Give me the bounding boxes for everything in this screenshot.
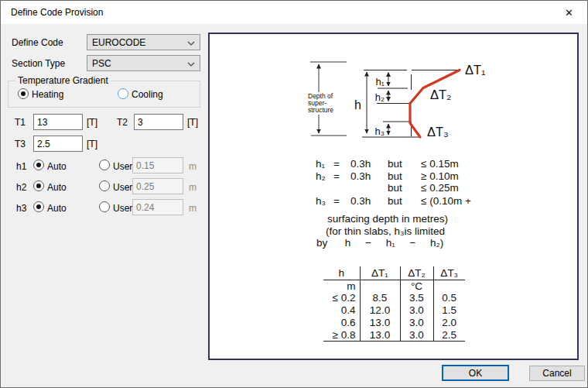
h1-auto-label[interactable]: Auto	[47, 161, 67, 172]
h-dimension-label: h	[354, 98, 361, 112]
h2-auto-label[interactable]: Auto	[47, 182, 67, 193]
h3-auto-radio[interactable]	[33, 201, 44, 212]
table-units-row: m °C	[323, 280, 465, 292]
h2-value-input	[132, 178, 183, 194]
h1-value-input	[132, 157, 183, 173]
col-h-header: h	[323, 266, 360, 280]
col-dt1-header: ΔT₁	[360, 266, 400, 280]
h3-auto-label[interactable]: Auto	[47, 203, 67, 214]
chevron-down-icon	[187, 41, 195, 46]
table-row: ≤ 0.2 8.5 3.5 0.5	[323, 292, 465, 304]
t2-input[interactable]	[134, 114, 183, 130]
t1-unit: [T]	[87, 117, 97, 128]
col-dt2-header: ΔT₂	[400, 266, 433, 280]
h3-value-input	[132, 199, 183, 215]
define-code-provision-dialog: Define Code Provision ✕ Define Code EURO…	[0, 0, 588, 388]
section-type-value: PSC	[92, 58, 111, 69]
temperature-gradient-figure: Depth of super- structure h h₁ h₂ h₃	[210, 34, 577, 150]
h3-label: h3	[16, 203, 26, 214]
t2-label: T2	[117, 117, 128, 128]
t3-label: T3	[15, 139, 26, 149]
equation-note-3: by h − h₁ − h₂)	[316, 237, 443, 249]
col-dt3-header: ΔT₃	[433, 266, 465, 280]
t3-unit: [T]	[87, 139, 97, 149]
heating-radio[interactable]	[18, 88, 29, 99]
depth-label-line3: structure	[308, 106, 333, 114]
h2-label: h2	[16, 182, 26, 193]
table-header-row: h ΔT₁ ΔT₂ ΔT₃	[323, 266, 465, 280]
cooling-label[interactable]: Cooling	[132, 89, 163, 100]
table-row: 0.6 13.0 3.0 2.0	[323, 317, 465, 329]
delta-t2-label: ΔT₂	[430, 88, 452, 101]
define-code-dropdown[interactable]: EUROCODE	[87, 34, 200, 50]
h3-user-radio[interactable]	[99, 201, 110, 212]
h3-user-label[interactable]: User	[113, 203, 132, 214]
equation-note-2: (for thin slabs, h₃is limited	[326, 225, 445, 237]
dialog-title: Define Code Provision	[11, 7, 103, 18]
define-code-label: Define Code	[12, 37, 63, 48]
h2-user-radio[interactable]	[99, 180, 110, 191]
t3-input[interactable]	[33, 136, 83, 152]
h3-dimension-label: h₃	[374, 125, 385, 137]
delta-t1-label: ΔT₁	[465, 63, 486, 77]
h3-unit: m	[189, 203, 197, 214]
close-icon: ✕	[565, 7, 573, 19]
title-bar: Define Code Provision ✕	[1, 1, 587, 24]
h1-user-radio[interactable]	[99, 160, 110, 170]
h1-unit: m	[189, 161, 197, 172]
t1-label: T1	[15, 117, 26, 128]
cancel-button[interactable]: Cancel	[529, 366, 585, 381]
t1-input[interactable]	[33, 114, 83, 130]
h2-auto-radio[interactable]	[33, 180, 44, 191]
define-code-value: EUROCODE	[92, 37, 145, 48]
equation-note-1: surfacing depth in metres)	[327, 213, 448, 225]
equation-h3: h₃ = 0.3h but ≤ (0.10m +	[210, 195, 577, 207]
h1-dimension-label: h₁	[375, 76, 385, 88]
chevron-down-icon	[187, 62, 195, 67]
heating-label[interactable]: Heating	[32, 89, 63, 100]
section-type-dropdown[interactable]: PSC	[87, 55, 200, 71]
equation-h2: h₂ = 0.3h but ≥ 0.10m	[210, 170, 577, 182]
table-row: ≥ 0.8 13.0 3.0 2.5	[323, 329, 465, 342]
temperature-gradient-label: Temperature Gradient	[15, 75, 111, 86]
h2-dimension-label: h₂	[375, 91, 385, 103]
code-provision-diagram-panel: Depth of super- structure h h₁ h₂ h₃	[208, 33, 579, 360]
h2-unit: m	[189, 182, 197, 193]
t2-unit: [T]	[187, 117, 198, 128]
h1-auto-radio[interactable]	[33, 160, 44, 170]
cooling-radio[interactable]	[118, 88, 128, 99]
equation-h1: h₁ = 0.3h but ≤ 0.15m	[210, 158, 577, 170]
ok-button[interactable]: OK	[442, 365, 509, 381]
h1-user-label[interactable]: User	[113, 161, 132, 172]
section-type-label: Section Type	[12, 58, 65, 69]
h2-user-label[interactable]: User	[113, 182, 132, 193]
equation-h2b: but ≤ 0.25m	[210, 182, 577, 194]
delta-t3-label: ΔT₃	[427, 125, 449, 139]
table-row: 0.4 12.0 3.0 1.5	[323, 304, 465, 317]
delta-t-table: h ΔT₁ ΔT₂ ΔT₃ m °C ≤ 0.2 8.5 3.5 0.5 0.4…	[323, 266, 465, 342]
close-button[interactable]: ✕	[552, 2, 586, 23]
h1-label: h1	[16, 161, 26, 172]
